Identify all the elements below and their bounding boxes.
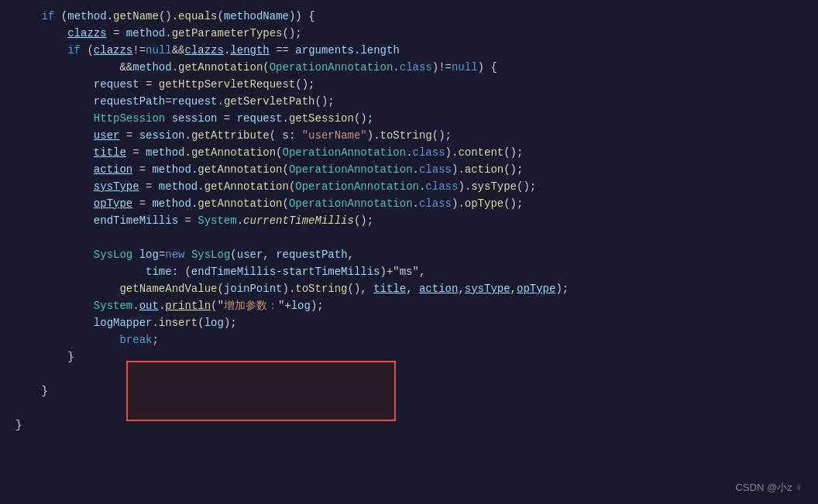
code-line: [0, 229, 818, 246]
code-line: }: [0, 382, 818, 399]
code-line: user = session.getAttribute( s: "userNam…: [0, 127, 818, 144]
code-line: action = method.getAnnotation(OperationA…: [0, 161, 818, 178]
code-line: &&method.getAnnotation(OperationAnnotati…: [0, 59, 818, 76]
code-container: if (method.getName().equals(methodName))…: [0, 0, 818, 504]
watermark: CSDN @小z ♀: [735, 481, 803, 495]
code-line: [0, 365, 818, 382]
code-line: getNameAndValue(joinPoint).toString(), t…: [0, 280, 818, 297]
code-line: HttpSession session = request.getSession…: [0, 110, 818, 127]
code-line: }: [0, 417, 818, 434]
code-line: System.out.println("增加参数："+log);: [0, 297, 818, 314]
code-line: opType = method.getAnnotation(OperationA…: [0, 195, 818, 212]
code-line: sysType = method.getAnnotation(Operation…: [0, 178, 818, 195]
code-line: logMapper.insert(log);: [0, 314, 818, 331]
code-line: SysLog log=new SysLog(user, requestPath,: [0, 246, 818, 263]
code-line: title = method.getAnnotation(OperationAn…: [0, 144, 818, 161]
code-line: break;: [0, 331, 818, 348]
code-line: endTimeMillis = System.currentTimeMillis…: [0, 212, 818, 229]
code-line: if (method.getName().equals(methodName))…: [0, 8, 818, 25]
code-line: [0, 399, 818, 417]
code-line: if (clazzs!=null&&clazzs.length == argum…: [0, 42, 818, 59]
code-line: time: (endTimeMillis-startTimeMillis)+"m…: [0, 263, 818, 280]
code-line: request = getHttpServletRequest();: [0, 76, 818, 93]
code-lines: if (method.getName().equals(methodName))…: [0, 8, 818, 434]
code-line: clazzs = method.getParameterTypes();: [0, 25, 818, 42]
code-line: requestPath=request.getServletPath();: [0, 93, 818, 110]
code-line: }: [0, 348, 818, 365]
